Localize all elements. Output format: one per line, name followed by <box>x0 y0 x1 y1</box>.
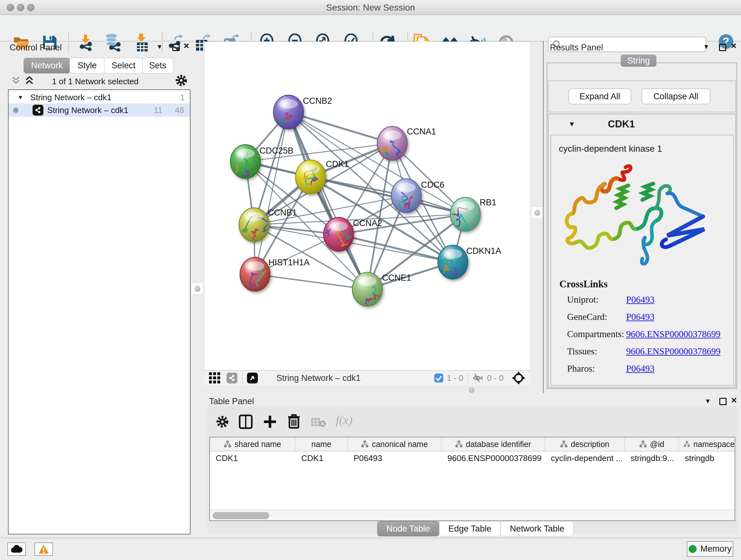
collapse-all-button[interactable]: Collapse All <box>642 88 711 105</box>
warnings-button[interactable] <box>35 543 53 556</box>
network-name: String Network – cdk1 <box>47 105 128 115</box>
gear-icon[interactable] <box>216 415 229 428</box>
close-panel-icon[interactable]: ✕ <box>731 42 737 50</box>
memory-status-icon <box>689 545 697 553</box>
edge-count: 48 <box>175 105 184 115</box>
collapse-panel-icon[interactable]: ▼ <box>156 43 163 51</box>
collection-name: String Network – cdk1 <box>30 92 111 103</box>
shared-column-icon <box>361 440 368 448</box>
column-header-name[interactable]: name <box>295 437 348 451</box>
table-cell[interactable]: P06493 <box>348 451 442 465</box>
crosslink-link[interactable]: P06493 <box>626 312 655 322</box>
tab-style[interactable]: Style <box>70 58 105 73</box>
table-cell[interactable]: stringdb:9... <box>625 451 679 465</box>
control-panel: Control Panel ▼ ✕ NetworkStyleSelectSets… <box>0 41 191 538</box>
column-label: database identifier <box>466 440 531 449</box>
column-header-namespace[interactable]: namespace <box>679 437 735 451</box>
table-cell[interactable]: stringdb <box>679 451 735 465</box>
horizontal-splitter-handle[interactable] <box>468 387 475 393</box>
network-row[interactable]: String Network – cdk1 11 48 <box>9 104 190 117</box>
node-RB1[interactable] <box>450 197 480 234</box>
float-panel-icon[interactable] <box>719 44 726 51</box>
tab-node-table[interactable]: Node Table <box>377 521 439 537</box>
selected-checkbox-icon[interactable] <box>434 373 444 383</box>
crosslink-label: Uniprot: <box>567 294 626 305</box>
network-view-toolbar: String Network – cdk1 1 - 0 0 - 0 <box>204 370 530 385</box>
detach-view-icon[interactable] <box>247 373 258 383</box>
gene-section-header[interactable]: ▼ CDK1 <box>549 114 735 134</box>
expand-all-button[interactable]: Expand All <box>568 88 631 105</box>
node-CCNE1[interactable] <box>352 272 383 310</box>
collapse-panel-icon[interactable]: ▼ <box>703 43 710 51</box>
tab-select[interactable]: Select <box>104 58 143 73</box>
node-CDKN1A[interactable] <box>438 245 468 281</box>
crosslink-link[interactable]: 9606.ENSP00000378699 <box>626 329 721 339</box>
node-CCNB2[interactable] <box>273 95 304 133</box>
main-toolbar: ? <box>0 15 741 42</box>
crosslink-link[interactable]: P06493 <box>626 294 655 305</box>
node-CCNA2[interactable] <box>320 217 354 251</box>
node-CDK1[interactable] <box>295 160 326 194</box>
column-header-id[interactable]: @id <box>625 437 679 451</box>
tab-edge-table[interactable]: Edge Table <box>439 521 501 537</box>
node-gloss-highlight <box>383 131 401 140</box>
cloud-status-button[interactable] <box>7 543 26 556</box>
memory-button[interactable]: Memory <box>687 541 733 557</box>
node-label-CDK1: CDK1 <box>326 159 349 169</box>
float-panel-icon[interactable] <box>172 44 180 51</box>
birds-eye-toggle-icon[interactable] <box>512 371 525 385</box>
left-splitter-handle[interactable] <box>191 283 203 295</box>
cloud-icon <box>11 545 22 553</box>
table-panel-title: Table Panel <box>209 396 254 407</box>
table-cell[interactable]: 9606.ENSP00000378699 <box>442 451 545 465</box>
table-cell[interactable]: CDK1 <box>295 451 348 465</box>
node-gloss-highlight <box>301 164 320 174</box>
node-CDC6[interactable] <box>391 179 421 212</box>
node-CCNB1[interactable] <box>239 208 269 242</box>
node-gloss-highlight <box>444 249 462 259</box>
column-header-sharedname[interactable]: shared name <box>210 437 295 451</box>
grid-view-icon[interactable] <box>209 372 221 384</box>
network-canvas[interactable]: CCNB2CCNA1CDC25BCDK1CDC6RB1CCNB1CCNA2CDK… <box>204 42 530 370</box>
tab-network[interactable]: Network <box>23 58 70 73</box>
column-header-canonicalname[interactable]: canonical name <box>348 437 442 451</box>
node-CDC25B[interactable] <box>230 145 260 187</box>
section-expander-icon[interactable]: ▼ <box>568 120 576 128</box>
column-label: name <box>312 440 332 449</box>
edge-HIST1H1A-CCNE1[interactable] <box>255 274 367 289</box>
column-header-description[interactable]: description <box>545 437 625 451</box>
close-panel-icon[interactable]: ✕ <box>183 42 190 50</box>
network-collection-row[interactable]: ▼ String Network – cdk1 1 <box>9 91 190 104</box>
right-splitter-handle[interactable] <box>531 206 543 219</box>
close-panel-icon[interactable]: ✕ <box>731 396 737 404</box>
results-panel-title: Results Panel <box>550 43 603 53</box>
scrollbar-thumb[interactable] <box>212 512 269 519</box>
float-panel-icon[interactable] <box>719 398 727 405</box>
column-header-databaseidentifier[interactable]: database identifier <box>442 437 545 451</box>
table-row[interactable]: CDK1CDK1P064939606.ENSP00000378699cyclin… <box>210 451 735 465</box>
column-label: canonical name <box>372 440 428 449</box>
gear-icon[interactable] <box>175 74 188 87</box>
horizontal-scrollbar[interactable] <box>210 509 735 520</box>
tree-expander-icon[interactable]: ▼ <box>17 94 23 101</box>
node-HIST1H1A[interactable] <box>240 257 270 291</box>
show-columns-icon[interactable] <box>239 415 253 429</box>
edge-CCNB2-CCNA1[interactable] <box>288 112 392 143</box>
tab-sets[interactable]: Sets <box>142 58 173 73</box>
edge-CCNB2-HIST1H1A[interactable] <box>255 112 288 274</box>
collapse-panel-icon[interactable]: ▼ <box>704 397 711 405</box>
memory-label: Memory <box>700 544 732 554</box>
node-gloss-highlight <box>279 99 298 109</box>
crosslink-link[interactable]: 9606.ENSP00000378699 <box>626 346 721 356</box>
table-cell[interactable]: CDK1 <box>210 451 295 465</box>
tab-network-table[interactable]: Network Table <box>501 521 574 537</box>
delete-column-icon[interactable] <box>287 414 300 429</box>
add-column-icon[interactable] <box>263 415 277 429</box>
node-label-CDC25B: CDC25B <box>259 146 293 155</box>
tab-string[interactable]: String <box>621 55 657 67</box>
table-cell[interactable]: cyclin-dependent ... <box>545 451 625 465</box>
status-bar: Memory <box>0 538 741 560</box>
crosslink-link[interactable]: P06493 <box>626 363 655 374</box>
network-view-icon[interactable] <box>226 373 238 383</box>
node-label-HIST1H1A: HIST1H1A <box>268 258 310 267</box>
